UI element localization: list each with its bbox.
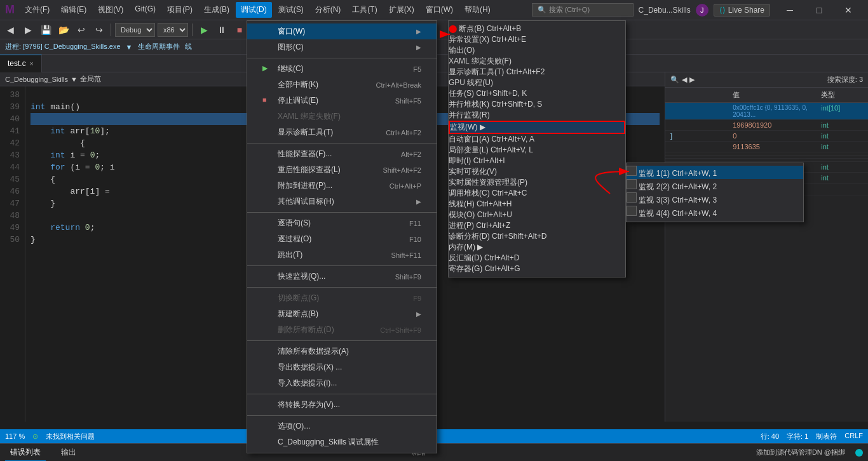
- watch-table[interactable]: 0x00cffc1c {0, 9113635, 0, 20413... int[…: [665, 103, 868, 422]
- window-diag-analysis[interactable]: 诊断分析(D) Ctrl+Shift+Alt+D: [449, 231, 625, 242]
- window-immediate[interactable]: 即时(I) Ctrl+Alt+I: [449, 156, 625, 166]
- menu-extensions[interactable]: 扩展(X): [384, 2, 419, 18]
- debug-menu-continue[interactable]: ▶ 继续(C) F5: [247, 61, 437, 77]
- menu-project[interactable]: 项目(P): [162, 2, 198, 18]
- debug-menu-stepin[interactable]: 逐语句(S) F11: [247, 215, 437, 231]
- toolbar-redo-btn[interactable]: ↪: [92, 22, 107, 37]
- toolbar-open-btn[interactable]: 📂: [56, 22, 71, 37]
- debug-menu-new-bp[interactable]: 新建断点(B) ▶: [247, 306, 437, 322]
- debug-menu-stepout[interactable]: 跳出(T) Shift+F11: [247, 247, 437, 263]
- window-locals[interactable]: 局部变量(L) Ctrl+Alt+V, L: [449, 145, 625, 156]
- debug-menu-other[interactable]: 其他调试目标(H) ▶: [247, 194, 437, 210]
- debug-menu-export-tips[interactable]: 导出数据提示(X) ...: [247, 359, 437, 375]
- title-bar-right: 🔍 搜索 (Ctrl+Q) C_Debu...Skills J ⟨⟩ Live …: [532, 0, 863, 20]
- window-autos[interactable]: 自动窗口(A) Ctrl+Alt+V, A: [449, 134, 625, 145]
- bottom-tab-errors[interactable]: 错误列表: [5, 444, 46, 461]
- menu-git[interactable]: Git(G): [130, 2, 161, 18]
- menu-tools[interactable]: 工具(T): [347, 2, 382, 18]
- watch-4[interactable]: 监视 4(4) Ctrl+Alt+W, 4: [627, 206, 803, 219]
- window-registers[interactable]: 寄存器(G) Ctrl+Alt+G: [449, 264, 625, 274]
- locals-shortcut: Ctrl+Alt+V, L: [491, 145, 533, 154]
- menu-window[interactable]: 窗口(W): [421, 2, 458, 18]
- menu-build[interactable]: 生成(B): [199, 2, 234, 18]
- process-info: 进程: [9796] C_Debugging_Skills.exe: [5, 42, 121, 51]
- debug-stop-btn[interactable]: ■: [232, 22, 247, 37]
- watch-1[interactable]: 监视 1(1) Ctrl+Alt+W, 1: [627, 166, 803, 179]
- window-modules[interactable]: 模块(O) Ctrl+Alt+U: [449, 210, 625, 220]
- window-watch[interactable]: 监视(W) ▶: [449, 121, 625, 134]
- debug-menu-quickwatch[interactable]: 快速监视(Q)... Shift+F9: [247, 269, 437, 284]
- props-icon: [262, 438, 273, 448]
- window-exception[interactable]: 异常设置(X) Ctrl+Alt+E: [449, 34, 625, 45]
- other-arrow-icon: ▶: [416, 198, 421, 205]
- debug-menu-attach[interactable]: 附加到进程(P)... Ctrl+Alt+P: [247, 178, 437, 194]
- menu-test[interactable]: 测试(S): [273, 2, 309, 18]
- window-breakpoints[interactable]: ⬤ 断点(B) Ctrl+Alt+B: [449, 23, 625, 34]
- debug-start-btn[interactable]: ▶: [196, 22, 212, 37]
- debug-menu-clear-tips[interactable]: 清除所有数据提示(A): [247, 344, 437, 359]
- toolbar-save-btn[interactable]: 💾: [38, 22, 53, 37]
- break-all-label: 全部中断(K): [278, 79, 358, 90]
- debug-menu-diag[interactable]: 显示诊断工具(T) Ctrl+Alt+F2: [247, 124, 437, 140]
- live-share-label: Live Share: [728, 6, 764, 15]
- tab-testc[interactable]: test.c ×: [0, 55, 42, 72]
- debug-config-select[interactable]: Debug: [115, 23, 155, 37]
- zoom-level[interactable]: 117 %: [5, 432, 25, 440]
- watch1-shortcut: Ctrl+Alt+W, 1: [672, 169, 717, 178]
- stepin-shortcut: F11: [409, 220, 421, 227]
- breakpoints-shortcut: Ctrl+Alt+B: [487, 24, 522, 33]
- maximize-button[interactable]: □: [804, 0, 834, 20]
- bottom-tab-output[interactable]: 输出: [56, 444, 81, 460]
- watch-3[interactable]: 监视 3(3) Ctrl+Alt+W, 3: [627, 192, 803, 206]
- close-button[interactable]: ✕: [834, 0, 863, 20]
- live-share-button[interactable]: ⟨⟩ Live Share: [714, 4, 770, 17]
- nav-fwd-icon[interactable]: ▶: [689, 76, 695, 84]
- menu-analyze[interactable]: 分析(N): [310, 2, 346, 18]
- menu-file[interactable]: 文件(F): [20, 2, 55, 18]
- debug-pause-btn[interactable]: ⏸: [214, 22, 229, 37]
- toolbar-undo-btn[interactable]: ↩: [74, 22, 89, 37]
- debug-menu-reattach[interactable]: 重启性能探查器(L) Shift+Alt+F2: [247, 162, 437, 178]
- window-live-visual[interactable]: 实时可视化(V): [449, 166, 625, 177]
- source-control-msg[interactable]: 添加到源代码管理DN @捆绑: [756, 448, 845, 457]
- window-tasks[interactable]: 任务(S) Ctrl+Shift+D, K: [449, 88, 625, 99]
- debug-sep-3: [247, 212, 437, 213]
- window-disassembly[interactable]: 反汇编(D) Ctrl+Alt+D: [449, 253, 625, 264]
- window-parallel-watch[interactable]: 并行监视(R): [449, 110, 625, 121]
- minimize-button[interactable]: ─: [775, 0, 804, 20]
- window-threads[interactable]: 线程(H) Ctrl+Alt+H: [449, 199, 625, 210]
- tasks-shortcut: Ctrl+Shift+D, K: [476, 89, 527, 98]
- debug-menu-stop[interactable]: ■ 停止调试(E) Shift+F5: [247, 93, 437, 109]
- debug-menu-stepover[interactable]: 逐过程(O) F10: [247, 231, 437, 247]
- menu-help[interactable]: 帮助(H): [459, 2, 496, 18]
- breakpoints-icon: ⬤: [449, 24, 457, 33]
- arch-select[interactable]: x86: [158, 23, 188, 37]
- window-diag-tools[interactable]: 显示诊断工具(T) Ctrl+Alt+F2: [449, 67, 625, 77]
- debug-menu-break-all[interactable]: 全部中断(K) Ctrl+Alt+Break: [247, 77, 437, 93]
- watch-2[interactable]: 监视 2(2) Ctrl+Alt+W, 2: [627, 179, 803, 192]
- debug-menu-perf[interactable]: 性能探查器(F)... Alt+F2: [247, 146, 437, 162]
- debug-menu-graphics[interactable]: 图形(C) ▶: [247, 39, 437, 55]
- toolbar-fwd-btn[interactable]: ▶: [20, 22, 36, 37]
- menu-debug[interactable]: 调试(D): [236, 2, 272, 18]
- menu-edit[interactable]: 编辑(E): [56, 2, 92, 18]
- window-gpu-threads[interactable]: GPU 线程(U): [449, 77, 625, 88]
- stepover-icon: [262, 234, 273, 244]
- debug-menu-window[interactable]: 窗口(W) ▶: [247, 23, 437, 39]
- nav-back-icon[interactable]: ◀: [682, 76, 687, 84]
- window-callstack[interactable]: 调用堆栈(C) Ctrl+Alt+C: [449, 188, 625, 199]
- debug-menu-save-transform[interactable]: 将转换另存为(V)...: [247, 397, 437, 413]
- debug-menu-options[interactable]: 选项(O)...: [247, 418, 437, 434]
- window-output[interactable]: 输出(O): [449, 45, 625, 56]
- menu-view[interactable]: 视图(V): [93, 2, 128, 18]
- debug-menu-props[interactable]: C_Debugging_Skills 调试属性: [247, 434, 437, 450]
- window-live-props[interactable]: 实时属性资源管理器(P): [449, 177, 625, 188]
- search-box[interactable]: 🔍 搜索 (Ctrl+Q): [532, 3, 634, 17]
- window-processes[interactable]: 进程(P) Ctrl+Alt+Z: [449, 220, 625, 231]
- tab-testc-close[interactable]: ×: [30, 60, 34, 67]
- toolbar-back-btn[interactable]: ◀: [3, 22, 18, 37]
- window-memory[interactable]: 内存(M) ▶: [449, 242, 625, 253]
- debug-menu-import-tips[interactable]: 导入数据提示(I)...: [247, 375, 437, 391]
- diag-tools-shortcut: Ctrl+Alt+F2: [506, 67, 545, 76]
- window-parallel-stack[interactable]: 并行堆栈(K) Ctrl+Shift+D, S: [449, 99, 625, 110]
